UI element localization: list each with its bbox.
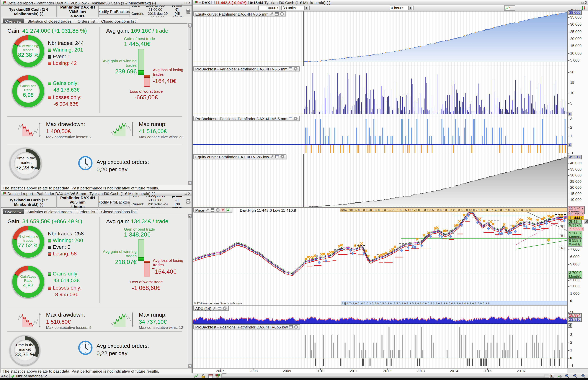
adx-chart[interactable] — [193, 305, 567, 324]
sell-icon[interactable] — [221, 208, 225, 212]
system-cell: Pathfinder DAX 4H V6.5 mm4 hours — [57, 196, 99, 208]
quantity-stepper[interactable]: 10000 ▲▼ — [258, 6, 280, 10]
system-cell: Pathfinder DAX 4H V6b5 low4 hours — [57, 6, 99, 17]
bricks-icon[interactable] — [215, 373, 220, 378]
modify-probacktest-button[interactable]: Modify ProBacktest — [99, 8, 130, 14]
line-chart-icon[interactable] — [194, 373, 199, 378]
buy-orders-strip: 3@4 743,0 0 ,0 2 0 3 5 5 0 0 5 0 3 8 ,8 … — [341, 301, 567, 305]
maximize-button[interactable]: □ — [185, 191, 187, 195]
minimize-button[interactable]: _ — [578, 0, 580, 4]
gains-swatch — [48, 82, 51, 85]
detach-icon[interactable] — [210, 208, 214, 212]
instrument-cell: Tyskland30 Cash (1 € Minikontrakt) (-) — [1, 6, 57, 17]
equity-curve-v65mm-chart[interactable] — [193, 11, 567, 66]
chart-icon — [194, 0, 198, 4]
wrench-icon[interactable] — [270, 12, 274, 16]
buy-icon[interactable] — [226, 208, 230, 212]
zoom-fit-icon[interactable] — [565, 373, 569, 378]
tab-statistics[interactable]: Statistics of closed trades — [25, 19, 74, 24]
chart-type-button[interactable]: ▾ — [504, 5, 515, 11]
report1-header: Tyskland30 Cash (1 € Minikontrakt) (-) P… — [1, 6, 191, 17]
tab-orders-list[interactable]: Orders list — [75, 19, 98, 24]
new-chart-icon[interactable] — [581, 6, 586, 10]
info-icon[interactable]: i — [211, 1, 214, 4]
maximize-button[interactable]: □ — [582, 0, 584, 4]
tab-orders-list[interactable]: Orders list — [75, 209, 98, 214]
window-controls: _□X — [578, 0, 587, 4]
minimize-button[interactable]: _ — [181, 1, 183, 5]
close-button[interactable]: X — [188, 1, 190, 5]
nbr-trades: Nbr trades: 244 — [48, 40, 84, 46]
tab-overview[interactable]: Overview — [3, 19, 24, 24]
avg-gain-bar-glyph — [138, 240, 151, 277]
close-icon[interactable] — [294, 325, 298, 329]
quantity-value: 10000 — [266, 6, 276, 10]
chart-scrollbar-thumb[interactable] — [222, 374, 545, 377]
lock-icon[interactable] — [201, 373, 206, 378]
stepper-arrows[interactable]: ▲▼ — [277, 6, 279, 10]
close-icon[interactable] — [223, 306, 227, 310]
panel-tab-positions-low: ProBacktest - Positions: Pathfinder DAX … — [193, 324, 300, 329]
positions-v6b5low-chart[interactable] — [193, 324, 567, 368]
maximize-button[interactable]: □ — [185, 1, 187, 5]
calendar-icon[interactable] — [208, 373, 213, 378]
donut-value: 6,98 — [23, 92, 34, 98]
wrench-icon[interactable] — [270, 155, 274, 159]
positions-v65mm-chart[interactable] — [193, 116, 567, 154]
units-dropdown[interactable]: (x) units▼ — [281, 6, 310, 10]
scroll-right-button[interactable]: ▶ — [550, 374, 554, 378]
close-button[interactable]: X — [188, 191, 190, 195]
chart-titlebar[interactable]: ▾ DAX i 11 442,8 (-0,04%) 10:18:44 Tyskl… — [193, 0, 588, 5]
close-icon[interactable] — [294, 116, 298, 120]
axis-tick: 2 — [568, 340, 572, 344]
axis-tick: 35 000 — [568, 167, 582, 171]
timeframe-dropdown[interactable]: 4 hours▼ — [390, 6, 414, 10]
axis-tick: 20 000 — [568, 185, 582, 190]
avg-gain-bar-glyph — [138, 49, 151, 87]
axis-tick: 7 000 — [568, 247, 579, 251]
variables-chart[interactable] — [193, 66, 567, 116]
close-icon[interactable] — [280, 12, 284, 16]
report1-titlebar[interactable]: Detailed report - Pathfinder DAX 4H V6b5… — [1, 0, 191, 6]
price-chart[interactable]: 986 — [193, 207, 567, 305]
donut-label: Gain/Loss Ratio — [17, 84, 40, 92]
price-axis-gutter: 40 00035 00030 00025 00020 00015 00010 0… — [567, 11, 588, 368]
wrench-icon[interactable] — [212, 306, 216, 310]
winning-swatch — [48, 49, 51, 52]
gains-only-value: 43 614,53€ — [53, 277, 80, 283]
runup-sparkline — [110, 121, 134, 138]
axis-tick: 15 000 — [568, 192, 582, 196]
detach-icon[interactable] — [289, 67, 293, 71]
tab-statistics[interactable]: Statistics of closed trades — [25, 209, 74, 214]
report2-titlebar[interactable]: Detailed report - Pathfinder DAX 4H V6.5… — [1, 191, 191, 196]
detach-icon[interactable] — [289, 325, 293, 329]
print-icon[interactable] — [186, 9, 191, 14]
detach-icon[interactable] — [288, 116, 293, 120]
zoom-in-icon[interactable] — [581, 373, 586, 378]
detach-icon[interactable] — [275, 155, 279, 159]
minimize-button[interactable]: _ — [181, 191, 183, 195]
close-icon[interactable] — [280, 155, 285, 159]
even-swatch — [48, 55, 51, 58]
close-icon[interactable] — [294, 67, 298, 71]
tab-closed-positions[interactable]: Closed positions list — [99, 209, 138, 214]
modify-probacktest-button[interactable]: Modify ProBacktest — [99, 199, 130, 205]
zoom-out-icon[interactable] — [573, 373, 578, 378]
chart-settings-icon[interactable] — [557, 373, 562, 378]
print-icon[interactable] — [186, 199, 191, 204]
wrench-icon[interactable] — [205, 208, 209, 212]
equity-curve-v6b5low-chart[interactable] — [193, 154, 567, 207]
report2-scrollbar[interactable]: ▲▼ — [188, 214, 192, 368]
report1-scrollbar[interactable]: ▲▼ — [188, 23, 192, 185]
detach-icon[interactable] — [275, 12, 279, 16]
close-icon[interactable] — [216, 208, 220, 212]
max-runup-label: Max runup: — [139, 121, 167, 127]
detach-icon[interactable] — [217, 306, 222, 310]
chart-scrollbar-track[interactable] — [221, 374, 549, 378]
chart-menu-caret[interactable]: ▾ — [199, 1, 201, 4]
drawdown-sparkline — [17, 311, 41, 328]
tab-overview[interactable]: Overview — [3, 209, 24, 214]
tab-closed-positions[interactable]: Closed positions list — [99, 19, 138, 24]
gain-line: Gain: 34 659,50€ (+866,49 %) — [7, 218, 82, 224]
close-button[interactable]: X — [585, 0, 587, 4]
